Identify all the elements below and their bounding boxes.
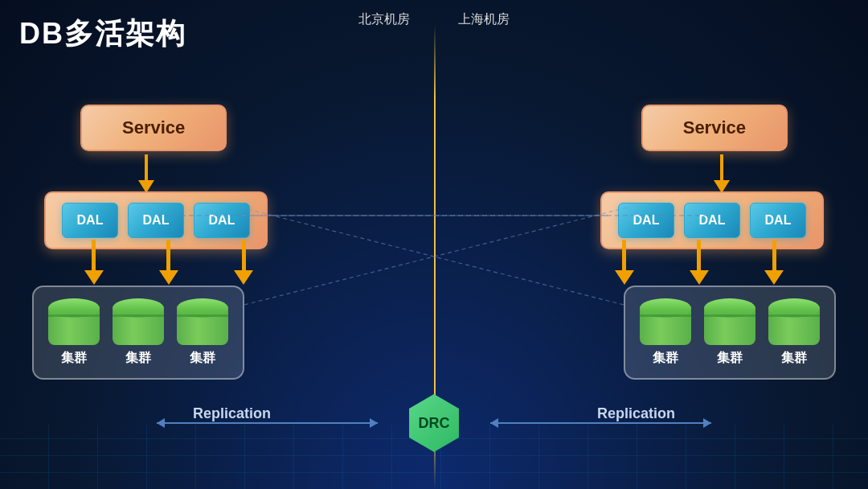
right-dal-to-db-arrows [575,240,824,285]
right-service-container: Service [641,105,788,151]
left-db-1: 集群 [48,298,100,367]
left-dal-3: DAL [194,203,250,238]
left-db-box-group: 集群 集群 集群 [32,286,244,380]
right-db-label-1: 集群 [653,350,678,367]
location-right: 上海机房 [434,11,534,28]
right-db-1: 集群 [640,298,691,367]
left-service-to-dal-arrow [138,153,154,193]
right-service-box: Service [641,105,788,151]
right-arrow-1 [615,240,634,285]
left-db-label-2: 集群 [125,350,151,367]
right-dal-1: DAL [618,203,674,238]
replication-right-arrow [490,422,711,424]
right-service-label: Service [683,117,746,138]
arrow-shaft [720,154,723,180]
left-service-label: Service [122,117,185,138]
right-dal-2: DAL [684,203,740,238]
replication-left-arrow [157,422,378,424]
arrow-shaft [145,154,148,180]
left-dal-to-db-arrows [44,240,293,285]
right-arrow-3 [764,240,784,285]
left-db-label-3: 集群 [190,350,215,367]
left-service-container: Service [80,105,227,151]
left-db-2: 集群 [113,298,164,367]
replication-right-label: Replication [597,405,675,422]
right-db-label-2: 集群 [717,350,743,367]
right-db-3: 集群 [768,298,820,367]
left-db-label-1: 集群 [61,350,87,367]
left-db-3: 集群 [177,298,228,367]
drc-node: DRC [405,394,463,452]
left-arrow-3 [234,240,253,285]
left-service-box: Service [80,105,227,151]
right-arrow-2 [690,240,709,285]
left-dal-1: DAL [62,203,118,238]
right-db-box-group: 集群 集群 集群 [624,286,836,380]
right-db-group: 集群 集群 集群 [624,286,836,380]
drc-label: DRC [419,415,450,432]
left-dal-2: DAL [128,203,184,238]
drc-hexagon: DRC [405,394,463,452]
right-service-to-dal-arrow [714,153,730,193]
left-arrow-2 [159,240,178,285]
left-arrow-1 [84,240,104,285]
right-dal-3: DAL [750,203,806,238]
right-db-label-3: 集群 [781,350,807,367]
replication-left-label: Replication [193,405,271,422]
right-db-2: 集群 [704,298,755,367]
location-labels: 北京机房 上海机房 [0,11,868,28]
left-db-group: 集群 集群 集群 [32,286,244,380]
location-left: 北京机房 [334,11,434,28]
